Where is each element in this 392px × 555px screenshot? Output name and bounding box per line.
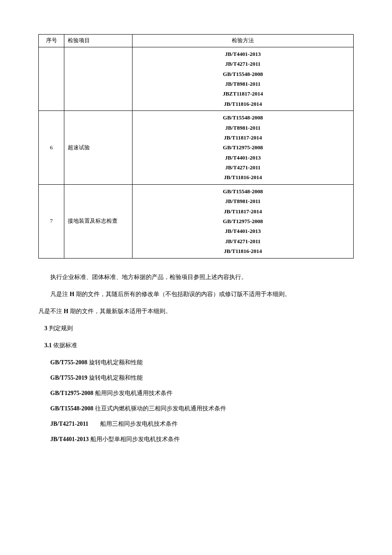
section-number: 3 [44,325,47,331]
standard-name: 旋转电机定额和性能 [87,359,143,366]
header-method: 检验方法 [133,35,354,47]
standard-name: 船用三相同步发电机技术条件 [88,421,178,427]
standard-code: GB/T755-2019 [50,375,87,381]
cell-seq: 6 [39,111,64,185]
table-row: 7 接地装置及标志检查 GB/T15548-2008 JB/T8981-2011… [39,184,354,258]
table-row: 6 超速试验 GB/T15548-2008 JB/T8981-2011 JB/T… [39,111,354,185]
method-text: JB/T4271-2011 [136,59,350,69]
paragraph: 凡是不注 H 期的文件，其最新版本适用于本细则。 [38,305,354,317]
method-text: JB/T11816-2014 [136,172,350,182]
method-text: JB/T4271-2011 [136,236,350,246]
cell-item: 接地装置及标志检查 [64,184,133,258]
method-text: JB/T4401-2013 [136,49,350,59]
standard-entry: JB/T4401-2013 船用小型单相同步发电机技术条件 [38,433,354,445]
table-row: JB/T4401-2013 JB/T4271-2011 GB/T15548-20… [39,47,354,110]
paragraph: 执行企业标准、团体标准、地方标据的产品，检验项目参照上述内容执行。 [38,271,354,283]
standard-code: JB/T4401-2013 [50,436,89,442]
method-text: JB/T4401-2013 [136,153,350,163]
paragraph: 凡是注 H 期的文件，其随后所有的修改单（不包括勘误的内容）或修订版不适用于本细… [38,288,354,300]
standard-entry: GB/T755-2019 旋转电机定额和性能 [38,372,354,384]
method-text: GB/T15548-2008 [136,113,350,122]
header-seq: 序号 [39,35,64,47]
cell-seq: 7 [39,184,64,258]
method-text: JB/T8981-2011 [136,123,350,133]
section-text: 判定规则 [47,325,73,331]
text: 执行企业标准、团体标准、地方标据的产品，检验项目参照上述内容执行。 [50,274,247,280]
bold-text: H [62,308,70,314]
subsection-heading: 3.1 依据标准 [38,340,354,352]
standard-code: JB/T4271-2011 [50,421,88,427]
standard-name: 旋转电机定额和性能 [87,375,143,381]
standard-entry: GB/T12975-2008 船用同步发电机通用技术条件 [38,387,354,399]
table-header-row: 序号 检验项目 检验方法 [39,35,354,47]
method-text: GB/T12975-2008 [136,142,350,152]
text: 凡是注 [50,291,68,297]
method-text: JB/T11817-2014 [136,133,350,142]
method-text: GB/T15548-2008 [136,69,350,79]
text: 凡是不注 [38,308,62,314]
section-text: 依据标准 [52,342,78,349]
method-text: GB/T15548-2008 [136,186,350,196]
method-text: JBZT11817-2014 [136,89,350,99]
inspection-table: 序号 检验项目 检验方法 JB/T4401-2013 JB/T4271-2011… [38,34,354,259]
text: 期的文件，其最新版本适用于本细则。 [70,308,171,314]
method-text: JB/T4271-2011 [136,163,350,172]
standard-name: 船用小型单相同步发电机技术条件 [89,436,180,442]
standard-code: GB/T15548-2008 [50,405,93,412]
section-heading: 3 判定规则 [38,323,354,334]
method-text: GB/T12975-2008 [136,216,350,226]
standard-name: 船用同步发电机通用技术条件 [93,390,173,396]
bold-text: H [68,291,76,297]
method-text: JB/T8981-2011 [136,79,350,89]
standard-entry: GB/T755-2008 旋转电机定额和性能 [38,357,354,369]
standard-entry: JB/T4271-2011 船用三相同步发电机技术条件 [38,418,354,430]
standard-entry: GB/T15548-2008 往豆式内燃机驱动的三相同步发电机通用技术条件 [38,403,354,415]
standard-code: GB/T12975-2008 [50,390,93,396]
cell-method: GB/T15548-2008 JB/T8981-2011 JB/T11817-2… [133,184,354,258]
method-text: JB/T8981-2011 [136,196,350,206]
text: 期的文件，其随后所有的修改单（不包括勘误的内容）或修订版不适用于本细则。 [76,291,291,297]
standard-code: GB/T755-2008 [50,359,87,366]
cell-method: GB/T15548-2008 JB/T8981-2011 JB/T11817-2… [133,111,354,185]
standard-name: 往豆式内燃机驱动的三相同步发电机通用技术条件 [93,405,226,412]
method-text: JB/T4401-2013 [136,226,350,236]
cell-method: JB/T4401-2013 JB/T4271-2011 GB/T15548-20… [133,47,354,110]
method-text: JB/T11817-2014 [136,206,350,216]
section-number: 3.1 [44,342,52,349]
method-text: JB/T11816-2014 [136,99,350,109]
cell-seq [39,47,64,110]
cell-item [64,47,133,110]
cell-item: 超速试验 [64,111,133,185]
method-text: JB/T11816-2014 [136,246,350,256]
header-item: 检验项目 [64,35,133,47]
